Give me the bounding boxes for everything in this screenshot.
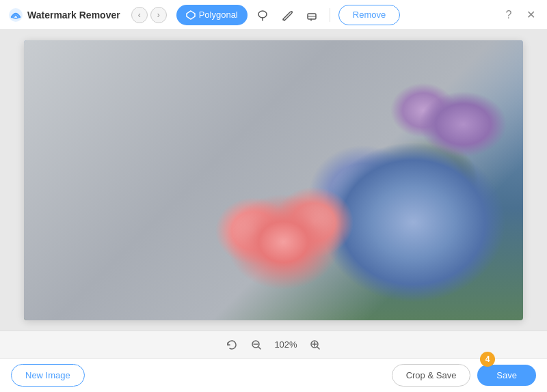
flower-image — [24, 40, 523, 320]
zoom-reset-icon — [226, 339, 237, 350]
right-buttons: 4 Crop & Save Save — [392, 364, 536, 387]
app-logo — [8, 8, 23, 23]
window-controls: ? ✕ — [501, 7, 539, 23]
polygonal-icon — [186, 10, 196, 20]
zoom-reset-button[interactable] — [223, 336, 241, 354]
tool-separator — [330, 8, 330, 22]
zoom-in-button[interactable] — [306, 336, 324, 354]
eraser-icon — [306, 9, 318, 21]
nav-buttons: ‹ › — [131, 7, 167, 23]
crop-save-button[interactable]: Crop & Save — [392, 364, 471, 387]
pen-icon — [281, 9, 293, 21]
zoom-out-button[interactable] — [248, 336, 265, 354]
svg-line-12 — [317, 347, 319, 349]
nav-forward-button[interactable]: › — [150, 7, 167, 23]
svg-line-8 — [258, 347, 261, 349]
eraser-tool-button[interactable] — [302, 5, 321, 25]
canvas-area — [0, 30, 547, 331]
action-bar: New Image 4 Crop & Save Save — [0, 358, 547, 392]
svg-marker-1 — [187, 11, 195, 19]
svg-point-2 — [258, 11, 267, 18]
nav-back-button[interactable]: ‹ — [131, 7, 148, 23]
polygonal-tool-button[interactable]: Polygonal — [176, 5, 248, 25]
save-button[interactable]: Save — [477, 365, 536, 386]
tool-buttons: Polygonal Remove — [176, 5, 401, 25]
zoom-in-icon — [310, 339, 321, 350]
titlebar: Watermark Remover ‹ › Polygonal — [0, 0, 547, 30]
zoom-out-icon — [251, 339, 262, 350]
lasso-icon — [256, 9, 269, 21]
help-button[interactable]: ? — [501, 7, 517, 23]
remove-button[interactable]: Remove — [338, 5, 400, 25]
zoom-bar: 102% — [0, 331, 547, 358]
close-button[interactable]: ✕ — [522, 7, 539, 23]
pen-tool-button[interactable] — [278, 5, 297, 25]
zoom-level: 102% — [272, 339, 299, 350]
badge: 4 — [480, 352, 495, 367]
new-image-button[interactable]: New Image — [11, 364, 85, 387]
image-container[interactable] — [24, 40, 523, 320]
app-title: Watermark Remover — [27, 10, 120, 20]
lasso-tool-button[interactable] — [253, 5, 272, 25]
